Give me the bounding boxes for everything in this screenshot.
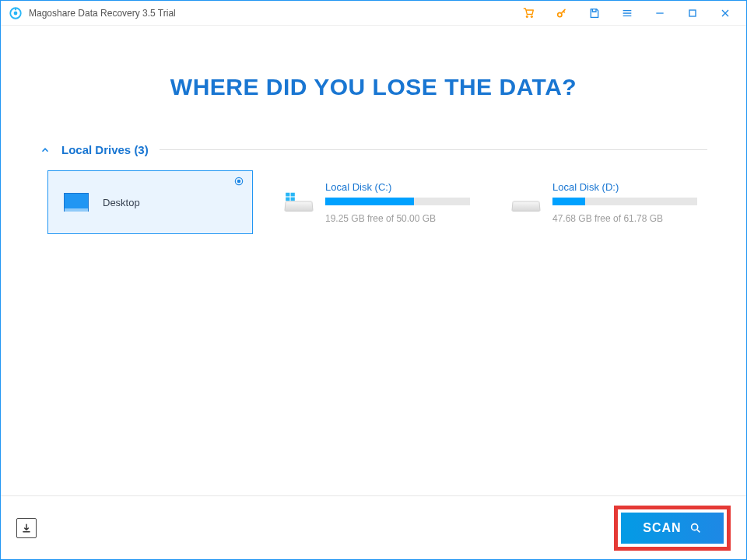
- key-icon[interactable]: [545, 1, 578, 26]
- svg-rect-3: [689, 10, 696, 16]
- cart-icon[interactable]: [513, 1, 545, 26]
- drive-label: Local Disk (D:): [552, 181, 699, 193]
- main-content: WHERE DID YOU LOSE THE DATA? Local Drive…: [1, 26, 746, 234]
- section-title: Local Drives (3): [61, 143, 149, 156]
- titlebar: Magoshare Data Recovery 3.5 Trial: [1, 1, 746, 26]
- headline: WHERE DID YOU LOSE THE DATA?: [40, 74, 707, 100]
- drives-row: Desktop Local Disk (C:) 19.25 GB free of…: [40, 170, 707, 234]
- disk-icon: [283, 191, 314, 213]
- free-text: 19.25 GB free of 50.00 GB: [325, 213, 472, 224]
- app-title: Magoshare Data Recovery 3.5 Trial: [29, 8, 176, 19]
- free-text: 47.68 GB free of 61.78 GB: [552, 213, 699, 224]
- drive-card-d[interactable]: Local Disk (D:) 47.68 GB free of 61.78 G…: [502, 170, 707, 234]
- svg-point-1: [14, 11, 18, 15]
- export-button[interactable]: [16, 518, 37, 538]
- svg-point-5: [237, 180, 241, 184]
- section-header[interactable]: Local Drives (3): [40, 143, 707, 156]
- usage-bar-fill: [552, 198, 585, 205]
- svg-rect-6: [286, 193, 289, 197]
- save-icon[interactable]: [578, 1, 611, 26]
- app-logo-icon: [9, 6, 23, 20]
- svg-point-10: [691, 523, 697, 530]
- maximize-icon[interactable]: [676, 1, 709, 26]
- menu-icon[interactable]: [611, 1, 644, 26]
- scan-button[interactable]: SCAN: [621, 513, 724, 544]
- close-icon[interactable]: [709, 1, 742, 26]
- svg-rect-7: [291, 193, 295, 197]
- usage-bar-fill: [325, 198, 414, 205]
- drive-label: Local Disk (C:): [325, 181, 472, 193]
- minimize-icon[interactable]: [644, 1, 676, 26]
- radio-selected-icon: [233, 176, 244, 187]
- svg-rect-9: [291, 198, 295, 201]
- usage-bar: [552, 198, 697, 205]
- drive-card-c[interactable]: Local Disk (C:) 19.25 GB free of 50.00 G…: [275, 170, 480, 234]
- chevron-up-icon: [40, 145, 51, 156]
- usage-bar: [325, 198, 470, 205]
- section-divider: [160, 149, 707, 150]
- desktop-icon: [64, 193, 89, 212]
- drive-label: Desktop: [103, 197, 140, 208]
- search-icon: [689, 522, 702, 534]
- drive-card-desktop[interactable]: Desktop: [47, 170, 253, 234]
- scan-label: SCAN: [643, 521, 681, 535]
- scan-highlight: SCAN: [614, 506, 731, 551]
- svg-rect-8: [286, 198, 289, 201]
- footer: SCAN: [1, 495, 746, 559]
- disk-icon: [510, 191, 542, 213]
